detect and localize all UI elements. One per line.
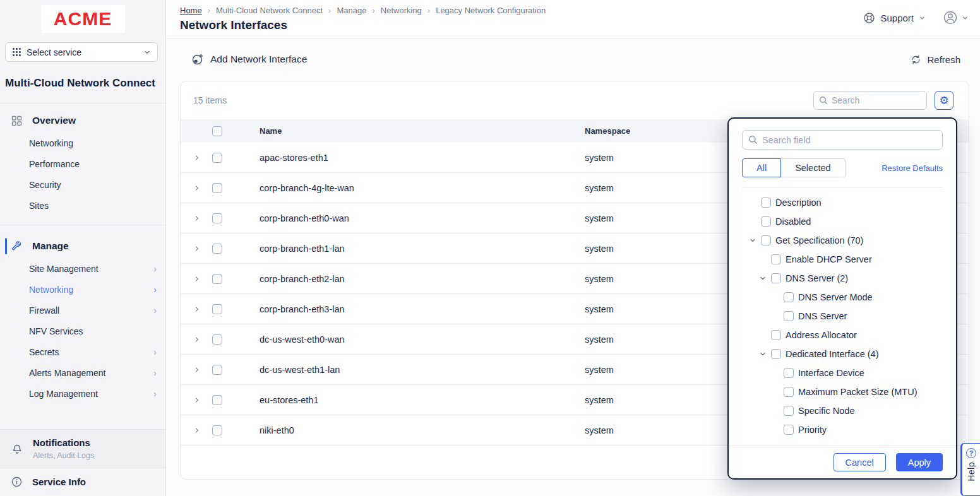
field-checkbox[interactable] — [761, 216, 771, 227]
field-checkbox[interactable] — [761, 235, 771, 245]
field-item-disabled[interactable]: Disabled — [742, 212, 943, 231]
field-item-maximum-packet-size[interactable]: Maximum Packet Size (MTU) — [742, 382, 943, 401]
chevron-down-icon[interactable] — [759, 275, 767, 282]
breadcrumb-home[interactable]: Home — [180, 6, 202, 15]
search-input[interactable] — [832, 95, 921, 105]
row-checkbox[interactable] — [212, 365, 222, 375]
sidebar-item-firewall[interactable]: Firewall› — [0, 300, 165, 321]
field-item-description[interactable]: Description — [742, 193, 943, 212]
breadcrumb-item[interactable]: Multi-Cloud Network Connect — [216, 6, 323, 15]
field-item-interface-device[interactable]: Interface Device — [742, 363, 943, 382]
breadcrumb-item[interactable]: Legacy Network Configuration — [436, 6, 546, 15]
help-tab[interactable]: ? Help — [960, 443, 980, 496]
row-expand-icon[interactable] — [193, 396, 212, 404]
field-item-get-specification[interactable]: Get Specification (70) — [742, 231, 943, 250]
breadcrumb-item[interactable]: Manage — [337, 6, 366, 15]
field-label: Disabled — [775, 216, 811, 227]
sidebar-item-alerts-management[interactable]: Alerts Management› — [0, 362, 165, 383]
sidebar-item-performance[interactable]: Performance — [0, 153, 165, 174]
column-header-name[interactable]: Name — [241, 126, 585, 136]
row-expand-icon[interactable] — [193, 427, 212, 434]
column-settings-button[interactable]: ⚙ — [935, 91, 953, 110]
row-checkbox[interactable] — [212, 274, 222, 284]
account-menu[interactable] — [942, 9, 969, 26]
sidebar-item-notifications[interactable]: Notifications Alerts, Audit Logs — [0, 429, 165, 468]
add-network-interface-button[interactable]: Add Network Interface — [191, 53, 307, 66]
row-expand-icon[interactable] — [193, 305, 212, 313]
row-name[interactable]: corp-branch-eth0-wan — [241, 213, 585, 223]
sidebar-item-log-management[interactable]: Log Management› — [0, 383, 165, 404]
field-checkbox[interactable] — [771, 273, 781, 283]
select-service-label: Select service — [27, 47, 138, 57]
field-checkbox[interactable] — [784, 292, 794, 302]
apply-button[interactable]: Apply — [896, 453, 943, 471]
row-expand-icon[interactable] — [193, 154, 212, 162]
row-expand-icon[interactable] — [193, 184, 212, 192]
support-menu[interactable]: Support — [863, 12, 926, 24]
chevron-down-icon[interactable] — [759, 350, 767, 358]
field-checkbox[interactable] — [771, 349, 781, 359]
field-checkbox[interactable] — [784, 425, 794, 435]
sidebar-item-overview[interactable]: Overview — [0, 109, 165, 133]
field-checkbox[interactable] — [784, 406, 794, 416]
chevron-down-icon[interactable] — [749, 237, 756, 244]
select-service-dropdown[interactable]: Select service — [5, 42, 158, 62]
field-item-enable-dhcp-server[interactable]: Enable DHCP Server — [742, 250, 943, 269]
row-checkbox[interactable] — [212, 395, 222, 405]
breadcrumb-item[interactable]: Networking — [381, 6, 422, 15]
field-checkbox[interactable] — [784, 311, 794, 321]
field-checkbox[interactable] — [784, 368, 794, 378]
select-all-checkbox[interactable] — [212, 126, 222, 136]
sidebar-item-overview-networking[interactable]: Networking — [0, 133, 165, 153]
row-name[interactable]: niki-eth0 — [241, 425, 585, 435]
field-checkbox[interactable] — [784, 387, 794, 397]
field-item-priority[interactable]: Priority — [742, 420, 943, 439]
row-checkbox[interactable] — [212, 334, 222, 345]
filter-tab-all[interactable]: All — [742, 158, 781, 177]
field-item-dns-server[interactable]: DNS Server — [742, 307, 943, 326]
row-checkbox[interactable] — [212, 153, 222, 163]
row-expand-icon[interactable] — [193, 336, 212, 343]
row-checkbox[interactable] — [212, 304, 222, 314]
sidebar-item-service-info[interactable]: Service Info — [0, 468, 165, 496]
field-item-dedicated-interface[interactable]: Dedicated Interface (4) — [742, 345, 943, 363]
row-name[interactable]: corp-branch-eth3-lan — [241, 304, 585, 314]
sidebar-item-security[interactable]: Security — [0, 174, 165, 195]
sidebar-item-sites[interactable]: Sites — [0, 195, 165, 216]
row-checkbox[interactable] — [212, 244, 222, 254]
row-name[interactable]: dc-us-west-eth0-wan — [241, 334, 585, 345]
row-name[interactable]: corp-branch-eth1-lan — [241, 244, 585, 254]
row-name[interactable]: corp-branch-4g-lte-wan — [241, 183, 585, 193]
restore-defaults-link[interactable]: Restore Defaults — [881, 163, 943, 173]
row-name[interactable]: dc-us-west-eth1-lan — [241, 365, 585, 375]
field-item-dns-server-group[interactable]: DNS Server (2) — [742, 269, 943, 288]
row-name[interactable]: apac-stores-eth1 — [241, 153, 585, 163]
row-expand-icon[interactable] — [193, 275, 212, 283]
cancel-button[interactable]: Cancel — [834, 453, 886, 471]
field-checkbox[interactable] — [761, 198, 771, 208]
row-expand-icon[interactable] — [193, 245, 212, 252]
field-checkbox[interactable] — [771, 330, 781, 340]
row-checkbox[interactable] — [212, 183, 222, 193]
field-item-address-allocator[interactable]: Address Allocator — [742, 326, 943, 345]
field-checkbox[interactable] — [771, 254, 781, 264]
filter-tab-selected[interactable]: Selected — [781, 158, 845, 177]
row-checkbox[interactable] — [212, 213, 222, 223]
field-search-input[interactable] — [762, 135, 936, 145]
row-name[interactable]: eu-stores-eth1 — [241, 395, 585, 405]
sidebar-item-nfv-services[interactable]: NFV Services — [0, 321, 165, 341]
sidebar-item-manage[interactable]: Manage — [0, 234, 165, 258]
sidebar-item-secrets[interactable]: Secrets› — [0, 341, 165, 362]
row-name[interactable]: corp-branch-eth2-lan — [241, 274, 585, 284]
sidebar-item-networking[interactable]: Networking› — [0, 279, 165, 300]
sidebar-item-site-management[interactable]: Site Management› — [0, 258, 165, 279]
row-checkbox[interactable] — [212, 425, 222, 435]
nav-label: Performance — [29, 159, 157, 169]
field-item-specific-node[interactable]: Specific Node — [742, 401, 943, 420]
row-expand-icon[interactable] — [193, 215, 212, 222]
field-label: Interface Device — [798, 368, 864, 378]
acme-logo[interactable]: ACME — [41, 5, 125, 33]
field-item-dns-server-mode[interactable]: DNS Server Mode — [742, 288, 943, 307]
row-expand-icon[interactable] — [193, 366, 212, 374]
refresh-button[interactable]: Refresh — [911, 54, 960, 65]
